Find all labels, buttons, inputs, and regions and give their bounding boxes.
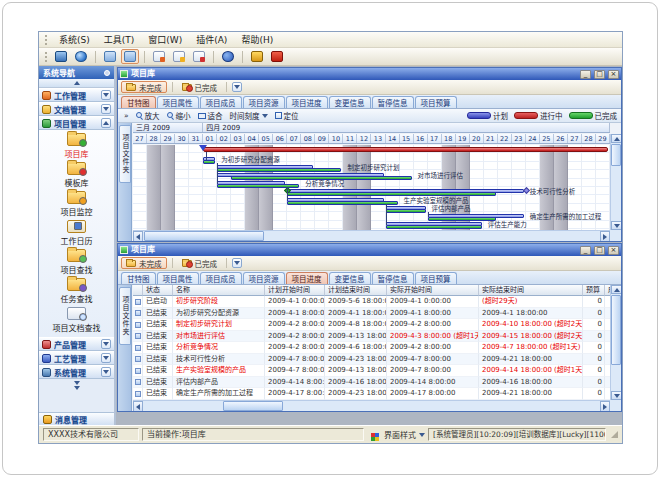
sidebar-group-项目管理[interactable]: 项目管理 xyxy=(39,116,114,130)
group-toggle-button[interactable] xyxy=(101,367,111,377)
lock-button[interactable] xyxy=(248,49,266,64)
sidebar-group-文档管理[interactable]: 文档管理 xyxy=(39,102,114,116)
close-button[interactable]: × xyxy=(608,70,619,79)
computer-button[interactable] xyxy=(52,49,70,64)
globe-button[interactable] xyxy=(72,49,90,64)
filter-未完成[interactable]: 未完成 xyxy=(121,257,167,269)
project-folder-side-tab[interactable]: 项目文件夹 xyxy=(119,287,131,345)
sidebar-item-项目监控[interactable]: 项目监控 xyxy=(39,191,114,217)
folder-open-button[interactable] xyxy=(101,49,119,64)
sidebar-group-工作管理[interactable]: 工作管理 xyxy=(39,88,114,102)
group-toggle-button[interactable] xyxy=(101,90,111,100)
table-row[interactable]: 已结束制定初步研究计划2009-4-2 8:00:002009-4-8 18:0… xyxy=(133,319,610,331)
menu-item[interactable]: 系统(S) xyxy=(52,32,97,47)
sidebar-tab-message[interactable]: 消息管理 xyxy=(39,412,114,425)
tab-项目属性[interactable]: 项目属性 xyxy=(157,96,199,108)
table-row[interactable]: 已结束为初步研究分配资源2009-4-1 8:00:002009-4-1 18:… xyxy=(133,308,610,320)
overflow-chevron-icon[interactable] xyxy=(39,379,114,392)
time-scale-dropdown[interactable]: 时间刻度 xyxy=(228,110,270,121)
group-toggle-button[interactable] xyxy=(101,339,111,349)
column-header-select[interactable] xyxy=(133,285,143,296)
project-folder-side-tab[interactable]: 项目文件夹 xyxy=(119,125,131,183)
progress-window-titlebar[interactable]: 项目库 _ □ × xyxy=(118,244,621,256)
table-row[interactable]: 已结束技术可行性分析2009-4-7 8:00:002009-4-23 18:0… xyxy=(133,354,610,366)
group-toggle-button[interactable] xyxy=(101,353,111,363)
menu-item[interactable]: 插件(A) xyxy=(189,32,234,47)
menu-item[interactable]: 窗口(W) xyxy=(141,32,189,47)
filter-已完成[interactable]: 已完成 xyxy=(178,257,222,269)
actual-bar-评估内部产品[interactable] xyxy=(386,209,426,213)
column-header-名称[interactable]: 名称 xyxy=(173,285,265,296)
report-view-button[interactable] xyxy=(170,49,188,64)
scroll-left-arrow[interactable] xyxy=(133,231,143,242)
menu-item[interactable]: 帮助(H) xyxy=(234,32,280,47)
gantt-window-titlebar[interactable]: 项目库 _ □ × xyxy=(118,68,621,80)
tab-项目资源[interactable]: 项目资源 xyxy=(243,96,285,108)
table-horizontal-scrollbar[interactable] xyxy=(133,400,610,411)
scroll-down-arrow[interactable] xyxy=(611,221,622,230)
minimize-button[interactable]: _ xyxy=(580,70,591,79)
scroll-right-arrow[interactable] xyxy=(600,401,610,412)
menu-item[interactable]: 工具(T) xyxy=(97,32,142,47)
scroll-up-arrow[interactable] xyxy=(611,285,622,294)
tab-变更信息[interactable]: 变更信息 xyxy=(329,96,371,108)
tab-暂停信息[interactable]: 暂停信息 xyxy=(372,96,414,108)
sidebar-group-产品管理[interactable]: 产品管理 xyxy=(39,337,114,351)
toolbar-grip-handle[interactable] xyxy=(45,52,48,62)
group-toggle-button[interactable] xyxy=(101,104,111,114)
column-header-实际开始时间[interactable]: 实际开始时间 xyxy=(387,285,479,296)
tab-项目成员[interactable]: 项目成员 xyxy=(200,272,242,284)
scrollbar-thumb[interactable] xyxy=(223,401,283,411)
sidebar-item-任务查找[interactable]: 任务查找 xyxy=(39,278,114,304)
sidebar-item-项目库[interactable]: 项目库 xyxy=(39,133,114,159)
column-header-预算[interactable]: 预算 xyxy=(583,285,605,296)
scrollbar-thumb[interactable] xyxy=(611,295,621,365)
table-row[interactable]: 已结束评估内部产品2009-4-14 8:00:002009-4-16 18:0… xyxy=(133,377,610,389)
column-header-状态[interactable]: 状态 xyxy=(143,285,173,296)
sidebar-item-模板库[interactable]: 模板库 xyxy=(39,162,114,188)
sidebar-item-项目文档查找[interactable]: 项目文档查找 xyxy=(39,307,114,333)
interface-style-button[interactable]: 界面样式 xyxy=(367,429,425,440)
table-row[interactable]: 已结束生产实验室规模的产品2009-4-7 8:00:002009-4-13 1… xyxy=(133,365,610,377)
folder-save-button[interactable] xyxy=(121,49,139,64)
scrollbar-thumb[interactable] xyxy=(144,231,264,241)
tab-项目预算[interactable]: 项目预算 xyxy=(415,96,457,108)
tab-甘特图[interactable]: 甘特图 xyxy=(121,96,156,108)
maximize-button[interactable]: □ xyxy=(594,246,605,255)
more-buttons-chevron[interactable]: » xyxy=(122,111,131,120)
tab-项目进度[interactable]: 项目进度 xyxy=(286,272,328,284)
zoom-out-button[interactable]: 缩小 xyxy=(165,110,193,121)
scroll-up-arrow[interactable] xyxy=(611,134,622,143)
tab-暂停信息[interactable]: 暂停信息 xyxy=(372,272,414,284)
filter-未完成[interactable]: 未完成 xyxy=(121,81,167,93)
tab-甘特图[interactable]: 甘特图 xyxy=(121,272,156,284)
tab-变更信息[interactable]: 变更信息 xyxy=(329,272,371,284)
filter-已完成[interactable]: 已完成 xyxy=(178,81,222,93)
filter-more-button[interactable] xyxy=(232,258,242,268)
scroll-left-arrow[interactable] xyxy=(133,401,143,412)
filter-more-button[interactable] xyxy=(232,82,242,92)
menu-grip-handle[interactable] xyxy=(45,35,48,45)
actual-bar-生产实验室规模的产品[interactable] xyxy=(287,201,397,205)
sidebar-item-工作日历[interactable]: 工作日历 xyxy=(39,220,114,246)
fit-button[interactable]: 适合 xyxy=(196,110,225,121)
zoom-in-button[interactable]: 放大 xyxy=(134,110,162,121)
sidebar-item-项目查找[interactable]: 项目查找 xyxy=(39,249,114,275)
tab-项目进度[interactable]: 项目进度 xyxy=(286,96,328,108)
maximize-button[interactable]: □ xyxy=(594,70,605,79)
locate-button[interactable]: 定位 xyxy=(273,110,301,121)
report-delete-button[interactable] xyxy=(190,49,208,64)
actual-bar-制定初步研究计划[interactable] xyxy=(217,168,341,172)
tab-项目资源[interactable]: 项目资源 xyxy=(243,272,285,284)
pin-icon[interactable] xyxy=(104,70,110,76)
gantt-horizontal-scrollbar[interactable] xyxy=(133,230,610,241)
table-row[interactable]: 已结束对市场进行评估2009-4-2 8:00:002009-4-13 18:0… xyxy=(133,331,610,343)
sidebar-collapse-button[interactable] xyxy=(39,79,114,88)
column-header-实际结束时间[interactable]: 实际结束时间 xyxy=(479,285,583,296)
column-header-计划开始时间[interactable]: 计划开始时间 xyxy=(265,285,325,296)
tab-项目属性[interactable]: 项目属性 xyxy=(157,272,199,284)
actual-bar-评估生产能力[interactable] xyxy=(386,225,482,229)
table-vertical-scrollbar[interactable] xyxy=(610,285,621,400)
scrollbar-thumb[interactable] xyxy=(611,144,621,166)
exit-button[interactable] xyxy=(268,49,286,64)
